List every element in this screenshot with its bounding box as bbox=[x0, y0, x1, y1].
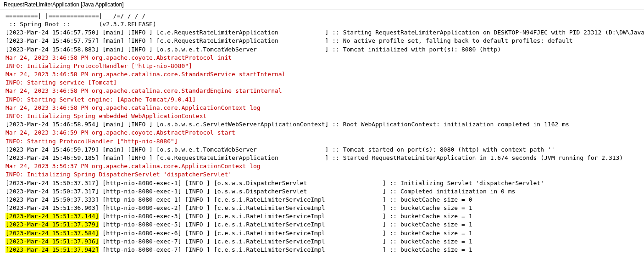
timestamp-highlight: [2023-Mar-24 15:51:37.379] bbox=[6, 221, 99, 228]
console-title-bar: RequestRateLimiterApplication [Java Appl… bbox=[0, 0, 644, 10]
log-line: [2023-Mar-24 15:46:58.954] [main] [INFO … bbox=[6, 120, 638, 129]
log-line: =========|_|==============|___/=/_/_/_/ bbox=[6, 12, 638, 20]
log-line: Mar 24, 2023 3:46:59 PM org.apache.coyot… bbox=[6, 129, 638, 137]
log-line: [2023-Mar-24 15:51:36.903] [http-nio-808… bbox=[6, 204, 638, 212]
log-line: [2023-Mar-24 15:50:37.317] [http-nio-808… bbox=[6, 179, 638, 187]
log-line: INFO: Starting Servlet engine: [Apache T… bbox=[6, 96, 638, 104]
log-line: Mar 24, 2023 3:46:58 PM org.apache.catal… bbox=[6, 104, 638, 112]
console-title: RequestRateLimiterApplication [Java Appl… bbox=[4, 1, 123, 8]
log-text: [http-nio-8080-exec-5] [INFO ] [c.e.s.i.… bbox=[99, 221, 472, 228]
log-line: Mar 24, 2023 3:46:58 PM org.apache.catal… bbox=[6, 70, 638, 79]
log-line: [2023-Mar-24 15:51:37.584] [http-nio-808… bbox=[6, 229, 638, 237]
log-line: [2023-Mar-24 15:50:37.317] [http-nio-808… bbox=[6, 187, 638, 196]
log-text: [http-nio-8080-exec-7] [INFO ] [c.e.s.i.… bbox=[99, 246, 472, 253]
log-text: [http-nio-8080-exec-3] [INFO ] [c.e.s.i.… bbox=[99, 213, 472, 220]
log-line: [2023-Mar-24 15:51:37.942] [http-nio-808… bbox=[6, 246, 638, 254]
log-line: Mar 24, 2023 3:50:37 PM org.apache.catal… bbox=[6, 162, 638, 170]
log-line: Mar 24, 2023 3:46:58 PM org.apache.catal… bbox=[6, 87, 638, 95]
timestamp-highlight: [2023-Mar-24 15:51:37.936] bbox=[6, 238, 99, 245]
log-line: [2023-Mar-24 15:51:37.936] [http-nio-808… bbox=[6, 237, 638, 246]
log-line: Mar 24, 2023 3:46:58 PM org.apache.coyot… bbox=[6, 54, 638, 62]
log-line: [2023-Mar-24 15:51:37.144] [http-nio-808… bbox=[6, 212, 638, 220]
log-line: [2023-Mar-24 15:46:58.883] [main] [INFO … bbox=[6, 45, 638, 54]
log-line: INFO: Initializing Spring DispatcherServ… bbox=[6, 170, 638, 179]
log-line: :: Spring Boot :: (v2.3.7.RELEASE) bbox=[6, 20, 638, 28]
log-line: [2023-Mar-24 15:46:59.179] [main] [INFO … bbox=[6, 146, 638, 154]
log-line: [2023-Mar-24 15:46:59.185] [main] [INFO … bbox=[6, 154, 638, 162]
log-line: [2023-Mar-24 15:51:37.379] [http-nio-808… bbox=[6, 220, 638, 229]
log-line: INFO: Starting ProtocolHandler ["http-ni… bbox=[6, 137, 638, 146]
timestamp-highlight: [2023-Mar-24 15:51:37.584] bbox=[6, 230, 99, 237]
timestamp-highlight: [2023-Mar-24 15:51:37.144] bbox=[6, 213, 99, 220]
log-text: [http-nio-8080-exec-6] [INFO ] [c.e.s.i.… bbox=[99, 230, 472, 237]
log-line: [2023-Mar-24 15:46:57.757] [main] [INFO … bbox=[6, 37, 638, 45]
log-line: INFO: Initializing ProtocolHandler ["htt… bbox=[6, 62, 638, 70]
log-text: [http-nio-8080-exec-7] [INFO ] [c.e.s.i.… bbox=[99, 238, 472, 245]
console-output[interactable]: =========|_|==============|___/=/_/_/_/ … bbox=[0, 10, 644, 256]
log-line: [2023-Mar-24 15:50:37.333] [http-nio-808… bbox=[6, 196, 638, 204]
log-line: INFO: Starting service [Tomcat] bbox=[6, 79, 638, 87]
timestamp-highlight: [2023-Mar-24 15:51:37.942] bbox=[6, 246, 99, 253]
log-line: INFO: Initializing Spring embedded WebAp… bbox=[6, 112, 638, 120]
log-line: [2023-Mar-24 15:46:57.750] [main] [INFO … bbox=[6, 28, 638, 37]
